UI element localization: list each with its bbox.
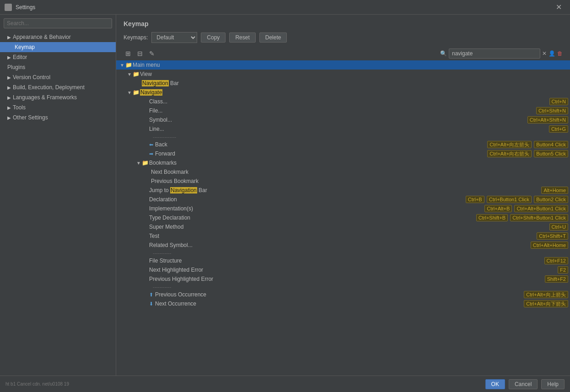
search-input[interactable] [449,48,540,59]
sidebar-item-version-control[interactable]: ▶ Version Control [0,72,116,82]
folder-icon: 📁 [142,160,149,166]
collapse-all-button[interactable]: ⊟ [135,49,145,58]
expand-arrow-icon: ▼ [127,72,133,77]
tree-row[interactable]: Class... Ctrl+N [116,97,570,106]
forward-icon: ➡ [149,151,153,157]
edit-shortcut-button[interactable]: ✎ [147,49,156,58]
shortcut-badge: Ctrl+B [466,196,484,203]
footer-link: ht b1 Cancel cdn. net/u0108 19 [5,381,69,387]
tree-item-label: View [140,71,568,77]
tree-row[interactable]: Previous Highlighted Error Shift+F2 [116,274,570,284]
sidebar-item-languages[interactable]: ▶ Languages & Frameworks [0,92,116,102]
sidebar-item-tools[interactable]: ▶ Tools [0,102,116,113]
shortcut-badge: Button5 Click [534,150,568,157]
shortcut-display: Ctrl+Shift+N [535,108,568,113]
tree-row-forward[interactable]: ➡ Forward Ctrl+Alt+向右箭头 Button5 Click [116,149,570,158]
tree-row[interactable]: ▼ 📁 View [116,70,570,79]
shortcut-display: F2 [557,267,568,273]
tree-item-label: Previous Highlighted Error [149,276,540,282]
search-user-icon[interactable]: 👤 [548,50,555,57]
arrow-icon: ▶ [7,55,11,60]
tree-row-back[interactable]: ⬅ Back Ctrl+Alt+向左箭头 Button4 Click [116,140,570,149]
keymap-select[interactable]: Default [151,32,197,43]
separator-text: ----------- [153,284,171,290]
tree-row[interactable]: Navigation Bar [116,79,570,88]
tree-row[interactable]: Next Bookmark [116,167,570,177]
shortcut-badge: Shift+F2 [545,275,568,283]
tree-row[interactable]: Symbol... Ctrl+Alt+Shift+N [116,115,570,124]
tree-row[interactable]: Declaration Ctrl+B Ctrl+Button1 Click Bu… [116,195,570,204]
footer: ht b1 Cancel cdn. net/u0108 19 OK Cancel… [0,376,570,392]
tree-row[interactable]: Type Declaration Ctrl+Shift+B Ctrl+Shift… [116,213,570,222]
tree-row-next-occurrence[interactable]: ⬇ Next Occurrence Ctrl+Alt+向下箭头 [116,299,570,308]
shortcut-display: Ctrl+Shift+B Ctrl+Shift+Button1 Click [475,215,568,220]
search-delete-icon[interactable]: 🗑 [557,50,563,57]
search-clear-button[interactable]: ✕ [542,50,547,57]
tree-row[interactable]: File Structure Ctrl+F12 [116,256,570,265]
shortcut-display: Ctrl+U [548,224,568,230]
sidebar-item-plugins[interactable]: Plugins [0,62,116,72]
close-button[interactable]: ✕ [552,1,565,13]
settings-window: Settings ✕ ▶ Appearance & Behavior Keyma… [0,0,570,392]
separator: ----------- [116,284,570,290]
tree-row[interactable]: ▼ 📁 Navigate [116,88,570,97]
delete-button[interactable]: Delete [259,32,287,43]
tree-row[interactable]: Previous Bookmark [116,177,570,186]
tree-row-prev-occurrence[interactable]: ⬆ Previous Occurrence Ctrl+Alt+向上箭头 [116,290,570,299]
tree-item-label: Class... [149,98,545,105]
tree-row[interactable]: File... Ctrl+Shift+N [116,106,570,115]
shortcut-badge: Ctrl+Alt+向下箭头 [524,300,568,307]
tree-row[interactable]: Test Ctrl+Shift+T [116,231,570,241]
tree-row[interactable]: ▼ 📁 Bookmarks [116,158,570,167]
sidebar-item-build[interactable]: ▶ Build, Execution, Deployment [0,82,116,92]
sidebar-item-keymap[interactable]: Keymap [0,42,116,52]
tree-item-label: Navigation Bar [142,80,568,86]
tree-item-label: Next Bookmark [151,169,568,175]
tree-item-label: Back [155,141,483,148]
sidebar-item-appearance[interactable]: ▶ Appearance & Behavior [0,32,116,42]
shortcut-display: Ctrl+B Ctrl+Button1 Click Button2 Click [465,197,568,202]
expand-arrow-icon: ▼ [120,63,125,68]
shortcut-badge: Ctrl+Alt+向右箭头 [487,150,532,157]
tree-row[interactable]: Jump to Navigation Bar Alt+Home [116,186,570,195]
toolbar-row: ⊞ ⊟ ✎ 🔍 ✕ 👤 🗑 [116,47,570,60]
tree-item-label: Navigate [140,89,568,96]
sidebar-search-input[interactable] [4,18,112,28]
tree-item-label: Type Declaration [149,215,472,221]
shortcut-display: Shift+F2 [544,276,568,282]
ok-button[interactable]: OK [485,379,505,389]
shortcut-badge: Ctrl+Alt+Shift+N [527,116,568,124]
shortcut-badge: Button4 Click [534,141,568,148]
sidebar-item-label: Build, Execution, Deployment [13,84,85,91]
shortcut-display: Ctrl+Alt+向左箭头 Button4 Click [486,141,568,148]
tree-item-label: File... [149,107,532,114]
tree-row[interactable]: Implementation(s) Ctrl+Alt+B Ctrl+Alt+Bu… [116,204,570,213]
shortcut-display: Ctrl+Alt+向右箭头 Button5 Click [486,150,568,157]
keymaps-label: Keymaps: [124,34,148,41]
tree-row[interactable]: Line... Ctrl+G [116,124,570,134]
cancel-button[interactable]: Cancel [509,379,538,389]
sidebar-search-container [0,15,116,32]
help-button[interactable]: Help [541,379,565,389]
shortcut-badge: Ctrl+Alt+Home [531,242,568,249]
sidebar-item-other[interactable]: ▶ Other Settings [0,113,116,123]
shortcut-display: Ctrl+Alt+向上箭头 [523,291,568,298]
up-arrow-icon: ⬆ [149,292,153,298]
main-header: Keymap Keymaps: Default Copy Reset Delet… [116,15,570,47]
reset-button[interactable]: Reset [229,32,255,43]
folder-icon: 📁 [125,62,133,68]
shortcut-display: Ctrl+Alt+向下箭头 [523,301,568,307]
sidebar-item-editor[interactable]: ▶ Editor [0,52,116,62]
expand-all-button[interactable]: ⊞ [124,49,133,58]
sidebar-item-label: Tools [13,104,26,111]
arrow-icon: ▶ [7,75,11,80]
copy-button[interactable]: Copy [201,32,226,43]
shortcut-badge: Alt+Home [541,187,568,194]
tree-row[interactable]: Super Method Ctrl+U [116,222,570,231]
tree-container: ▼ 📁 Main menu ▼ 📁 View Navigation Bar [116,60,570,376]
tree-row[interactable]: Next Highlighted Error F2 [116,265,570,274]
tree-row[interactable]: Related Symbol... Ctrl+Alt+Home [116,241,570,250]
sidebar-item-label: Appearance & Behavior [13,34,71,40]
tree-row[interactable]: ▼ 📁 Main menu [116,60,570,70]
tree-item-label: Related Symbol... [149,242,526,248]
